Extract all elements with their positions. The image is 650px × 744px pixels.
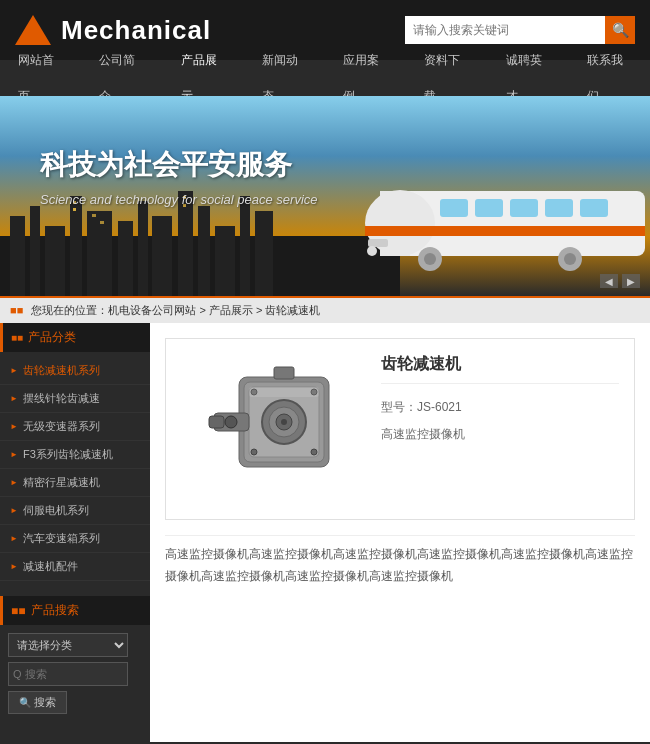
svg-rect-10 [198,206,210,296]
svg-rect-1 [10,216,25,296]
sidebar-search-label: 产品搜索 [31,602,79,619]
sidebar-item-label: 摆线针轮齿减速 [23,391,100,406]
svg-rect-28 [580,199,608,217]
sidebar-link-cvt[interactable]: ► 无级变速器系列 [0,413,150,441]
svg-rect-17 [100,221,104,224]
sidebar-link-auto[interactable]: ► 汽车变速箱系列 [0,525,150,553]
sidebar-item-precision[interactable]: ► 精密行星减速机 [0,469,150,497]
svg-rect-5 [87,211,112,296]
sidebar-item-label: 汽车变速箱系列 [23,531,100,546]
banner-main-text: 科技为社会平安服务 [40,146,318,184]
sidebar-item-servo[interactable]: ► 伺服电机系列 [0,497,150,525]
svg-rect-15 [73,208,76,211]
sidebar-search-icon: ■■ [11,604,26,618]
banner-train-icon [350,151,650,271]
sidebar-link-f3[interactable]: ► F3系列齿轮减速机 [0,441,150,469]
arrow-icon: ► [10,422,18,431]
sidebar-link-cycloidal[interactable]: ► 摆线针轮齿减速 [0,385,150,413]
content-area: 齿轮减速机 型号：JS-6021 高速监控摄像机 高速监控摄像机高速监控摄像机高… [150,323,650,742]
svg-rect-33 [368,239,388,247]
sidebar-category-menu: ► 齿轮减速机系列 ► 摆线针轮齿减速 ► 无级变速器系列 ► F3 [0,352,150,586]
arrow-icon: ► [10,366,18,375]
svg-point-30 [424,253,436,265]
arrow-icon: ► [10,394,18,403]
sidebar-search-title: ■■ 产品搜索 [0,596,150,625]
product-gear-image-icon [194,357,349,502]
arrow-icon: ► [10,534,18,543]
sidebar-item-label: 精密行星减速机 [23,475,100,490]
breadcrumb-icon: ■■ [10,304,23,316]
svg-point-32 [564,253,576,265]
banner-text-area: 科技为社会平安服务 Science and technology for soc… [40,146,318,207]
search-input[interactable] [405,16,605,44]
svg-rect-8 [152,216,172,296]
sidebar-item-f3[interactable]: ► F3系列齿轮减速机 [0,441,150,469]
search-submit-button[interactable]: 🔍 搜索 [8,691,67,714]
sidebar-link-precision[interactable]: ► 精密行星减速机 [0,469,150,497]
sidebar-category-title: ■■ 产品分类 [0,323,150,352]
sidebar-category-label: 产品分类 [28,329,76,346]
logo-triangle-icon [15,15,51,45]
sidebar-item-auto[interactable]: ► 汽车变速箱系列 [0,525,150,553]
svg-point-34 [367,246,377,256]
category-select[interactable]: 请选择分类 [8,633,128,657]
main-content: ■■ 产品分类 ► 齿轮减速机系列 ► 摆线针轮齿减速 ► 无级变速器系列 [0,323,650,742]
svg-point-44 [225,416,237,428]
svg-rect-49 [274,367,294,379]
svg-point-47 [251,449,257,455]
search-area: 🔍 [405,16,635,44]
breadcrumb-text: 您现在的位置：机电设备公司网站 > 产品展示 > 齿轮减速机 [31,304,320,316]
sidebar-link-parts[interactable]: ► 减速机配件 [0,553,150,581]
logo-text: Mechanical [61,15,211,46]
sidebar-item-label: 减速机配件 [23,559,78,574]
arrow-icon: ► [10,478,18,487]
svg-point-48 [311,449,317,455]
svg-rect-43 [209,416,224,428]
product-card: 齿轮减速机 型号：JS-6021 高速监控摄像机 [165,338,635,520]
product-info: 齿轮减速机 型号：JS-6021 高速监控摄像机 [381,354,619,504]
banner-prev-button[interactable]: ◀ [600,274,618,288]
sidebar-category-icon: ■■ [11,332,23,343]
search-small-icon: 🔍 [19,697,31,708]
svg-point-41 [281,419,287,425]
breadcrumb: ■■ 您现在的位置：机电设备公司网站 > 产品展示 > 齿轮减速机 [0,296,650,323]
banner-nav-arrows: ◀ ▶ [600,274,640,288]
sidebar-link-servo[interactable]: ► 伺服电机系列 [0,497,150,525]
svg-rect-2 [30,206,40,296]
svg-rect-7 [138,201,148,296]
search-button[interactable]: 🔍 [605,16,635,44]
product-title: 齿轮减速机 [381,354,619,384]
sidebar-item-gear-reducer[interactable]: ► 齿轮减速机系列 [0,357,150,385]
svg-rect-24 [440,199,468,217]
search-icon: 🔍 [612,22,629,38]
logo-area: Mechanical [15,15,211,46]
product-model: 型号：JS-6021 [381,399,619,416]
sidebar-item-cycloidal[interactable]: ► 摆线针轮齿减速 [0,385,150,413]
sidebar-item-label: 无级变速器系列 [23,419,100,434]
banner-next-button[interactable]: ▶ [622,274,640,288]
svg-rect-26 [510,199,538,217]
svg-rect-3 [45,226,65,296]
arrow-icon: ► [10,450,18,459]
product-image-area [181,354,361,504]
search-text-input[interactable] [8,662,128,686]
main-nav: 网站首页 公司简介 产品展示 新闻动态 应用案例 资料下载 诚聘英才 联系我们 [0,60,650,96]
arrow-icon: ► [10,506,18,515]
svg-rect-16 [92,214,96,217]
sidebar-link-gear-reducer[interactable]: ► 齿轮减速机系列 [0,357,150,385]
sidebar-item-parts[interactable]: ► 减速机配件 [0,553,150,581]
sidebar-item-cvt[interactable]: ► 无级变速器系列 [0,413,150,441]
svg-rect-25 [475,199,503,217]
svg-rect-27 [545,199,573,217]
svg-rect-12 [240,196,250,296]
svg-rect-50 [249,387,319,397]
banner: 科技为社会平安服务 Science and technology for soc… [0,96,650,296]
svg-rect-13 [255,211,273,296]
sidebar-item-label: 伺服电机系列 [23,503,89,518]
product-image [191,354,351,504]
arrow-icon: ► [10,562,18,571]
sidebar: ■■ 产品分类 ► 齿轮减速机系列 ► 摆线针轮齿减速 ► 无级变速器系列 [0,323,150,742]
product-camera-label: 高速监控摄像机 [381,426,619,443]
banner-sub-text: Science and technology for social peace … [40,192,318,207]
product-description: 高速监控摄像机高速监控摄像机高速监控摄像机高速监控摄像机高速监控摄像机高速监控摄… [165,535,635,595]
